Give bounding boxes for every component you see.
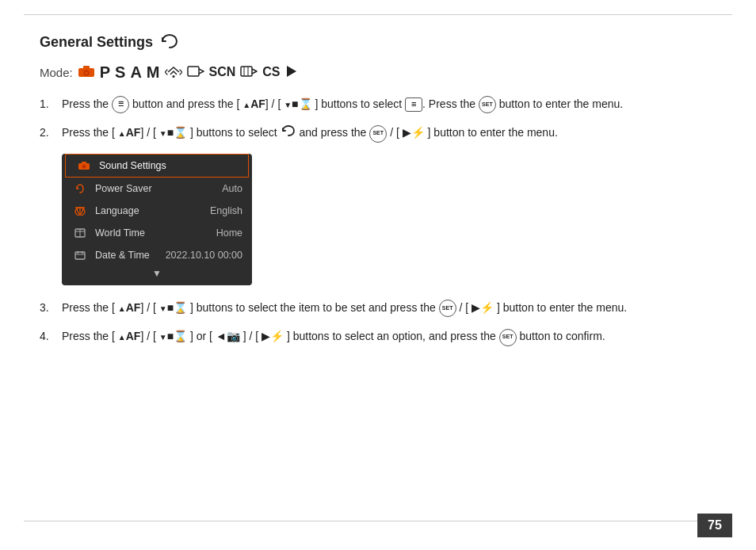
up-af-bracket1: ▲AF xyxy=(239,97,265,110)
title-text: General Settings xyxy=(40,34,153,51)
mode-film-icon xyxy=(240,66,258,79)
menu-label-world-time: World Time xyxy=(95,227,216,239)
mode-camera-icon xyxy=(78,65,95,80)
svg-rect-11 xyxy=(82,162,86,164)
step-2-num: 2. xyxy=(40,124,55,143)
mode-wifi-icon xyxy=(165,66,182,78)
menu-value-date-time: 2022.10.10 00:00 xyxy=(166,250,242,261)
step-3: 3. Press the [ ▲AF] / [ ▼■⌛ ] buttons to… xyxy=(40,300,716,317)
menu-label-power-saver: Power Saver xyxy=(95,183,222,194)
menu-row-date-time: Date & Time 2022.10.10 00:00 xyxy=(62,244,252,266)
menu-icon-language xyxy=(71,206,89,216)
svg-point-3 xyxy=(85,71,88,74)
menu-row-sound-settings: Sound Settings xyxy=(65,154,249,178)
menu-label-sound-settings: Sound Settings xyxy=(99,160,239,171)
set-button-icon-1: SET xyxy=(479,96,496,113)
mode-cs: CS xyxy=(262,66,280,78)
bottom-border xyxy=(24,521,732,521)
set-button-icon-2: SET xyxy=(369,125,387,143)
svg-point-4 xyxy=(172,75,174,78)
mode-s: S xyxy=(115,64,125,80)
step-1-num: 1. xyxy=(40,96,55,113)
up-af-bracket4: ▲AF xyxy=(115,330,140,342)
general-settings-inline-icon xyxy=(281,124,296,143)
step-4-num: 4. xyxy=(40,328,55,346)
right-play-bracket2: ▶⚡ xyxy=(468,301,494,314)
menu-icon-settings xyxy=(71,183,89,194)
mode-play-icon xyxy=(285,65,298,80)
content-area: General Settings Mode: P xyxy=(40,33,716,346)
menu-value-power-saver: Auto xyxy=(222,183,242,194)
down-timer-bracket4: ▼■⌛ xyxy=(156,330,187,342)
menu-row-language: Language English xyxy=(62,200,252,222)
step-3-num: 3. xyxy=(40,300,55,317)
svg-rect-6 xyxy=(241,67,252,76)
menu-value-world-time: Home xyxy=(216,227,242,239)
menu-screenshot: Sound Settings Power Saver Auto xyxy=(62,154,252,285)
step-1-content: Press the ☰ button and press the [ ▲AF] … xyxy=(62,96,716,113)
step-2-content: Press the [ ▲AF] / [ ▼■⌛ ] buttons to se… xyxy=(62,124,716,143)
menu-icon-worldtime xyxy=(71,228,89,238)
menu-scroll-arrow: ▼ xyxy=(62,268,252,279)
menu-row-world-time: World Time Home xyxy=(62,222,252,244)
menu-label-language: Language xyxy=(95,205,210,216)
step-4-content: Press the [ ▲AF] / [ ▼■⌛ ] or [ ◄📷 ] / [… xyxy=(62,328,716,346)
mode-a: A xyxy=(130,64,141,80)
menu-value-language: English xyxy=(210,205,242,216)
page-number: 75 xyxy=(697,514,732,537)
menu-label-date-time: Date & Time xyxy=(95,250,166,261)
general-settings-icon xyxy=(159,33,178,52)
left-bracket: ◄📷 xyxy=(212,330,240,342)
up-af-bracket3: ▲AF xyxy=(115,301,140,314)
down-timer-bracket1: ▼■⌛ xyxy=(281,97,311,110)
right-play-bracket: ▶⚡ xyxy=(399,126,425,139)
step-2: 2. Press the [ ▲AF] / [ ▼■⌛ ] buttons to… xyxy=(40,124,716,143)
mode-m: M xyxy=(147,64,160,80)
svg-point-12 xyxy=(82,164,86,168)
down-timer-bracket3: ▼■⌛ xyxy=(156,301,187,314)
svg-marker-9 xyxy=(287,66,296,77)
mode-line: Mode: P S A M xyxy=(40,64,716,80)
page-container: General Settings Mode: P xyxy=(0,0,756,550)
menu-icon-datetime xyxy=(71,250,89,260)
steps-list: 1. Press the ☰ button and press the [ ▲A… xyxy=(40,96,716,346)
set-button-icon-3: SET xyxy=(439,300,456,317)
step-4: 4. Press the [ ▲AF] / [ ▼■⌛ ] or [ ◄📷 ] … xyxy=(40,328,716,346)
step-1: 1. Press the ☰ button and press the [ ▲A… xyxy=(40,96,716,113)
up-af-bracket2: ▲AF xyxy=(115,126,140,139)
svg-rect-17 xyxy=(75,252,85,259)
menu-icon-camera xyxy=(75,161,93,170)
mode-p: P xyxy=(100,64,110,80)
mode-label: Mode: xyxy=(40,66,73,79)
right-bracket2: ▶⚡ xyxy=(258,330,284,342)
grid-menu-icon: ☰ xyxy=(405,97,422,112)
menu-row-power-saver: Power Saver Auto xyxy=(62,178,252,200)
down-timer-bracket2: ▼■⌛ xyxy=(156,126,187,139)
mode-scn: SCN xyxy=(209,66,236,78)
step-3-content: Press the [ ▲AF] / [ ▼■⌛ ] buttons to se… xyxy=(62,300,716,317)
svg-rect-1 xyxy=(83,66,90,69)
set-button-icon-4: SET xyxy=(499,329,517,346)
svg-rect-5 xyxy=(188,67,199,76)
top-border xyxy=(24,14,732,15)
menu-button-icon: ☰ xyxy=(112,96,129,113)
page-title: General Settings xyxy=(40,33,716,52)
mode-video-icon xyxy=(187,66,204,79)
